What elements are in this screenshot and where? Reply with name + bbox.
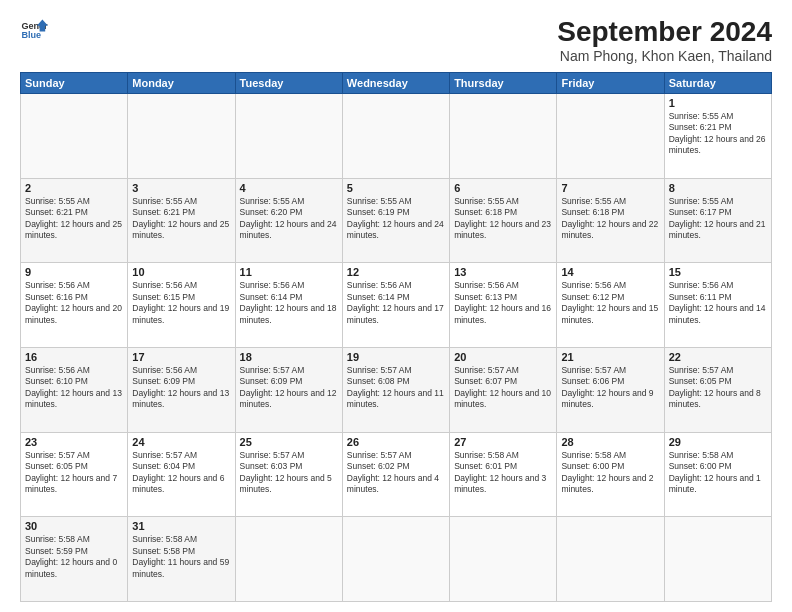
calendar-day-cell: 4Sunrise: 5:55 AMSunset: 6:20 PMDaylight… [235,178,342,263]
day-details: Sunrise: 5:56 AMSunset: 6:14 PMDaylight:… [240,280,338,326]
day-of-week-header: Monday [128,73,235,94]
day-details: Sunrise: 5:56 AMSunset: 6:13 PMDaylight:… [454,280,552,326]
calendar-day-cell: 10Sunrise: 5:56 AMSunset: 6:15 PMDayligh… [128,263,235,348]
day-number: 26 [347,436,445,448]
day-number: 7 [561,182,659,194]
calendar-week-row: 16Sunrise: 5:56 AMSunset: 6:10 PMDayligh… [21,347,772,432]
day-details: Sunrise: 5:55 AMSunset: 6:20 PMDaylight:… [240,196,338,242]
day-of-week-header: Thursday [450,73,557,94]
day-number: 31 [132,520,230,532]
calendar-day-cell: 11Sunrise: 5:56 AMSunset: 6:14 PMDayligh… [235,263,342,348]
day-number: 11 [240,266,338,278]
calendar-week-row: 23Sunrise: 5:57 AMSunset: 6:05 PMDayligh… [21,432,772,517]
day-details: Sunrise: 5:55 AMSunset: 6:18 PMDaylight:… [561,196,659,242]
calendar-table: SundayMondayTuesdayWednesdayThursdayFrid… [20,72,772,602]
calendar-day-cell: 31Sunrise: 5:58 AMSunset: 5:58 PMDayligh… [128,517,235,602]
calendar-day-cell: 21Sunrise: 5:57 AMSunset: 6:06 PMDayligh… [557,347,664,432]
svg-text:Blue: Blue [21,30,41,40]
calendar-day-cell: 3Sunrise: 5:55 AMSunset: 6:21 PMDaylight… [128,178,235,263]
day-number: 13 [454,266,552,278]
day-details: Sunrise: 5:55 AMSunset: 6:21 PMDaylight:… [25,196,123,242]
day-details: Sunrise: 5:57 AMSunset: 6:05 PMDaylight:… [25,450,123,496]
day-number: 4 [240,182,338,194]
calendar-day-cell: 7Sunrise: 5:55 AMSunset: 6:18 PMDaylight… [557,178,664,263]
calendar-day-cell: 27Sunrise: 5:58 AMSunset: 6:01 PMDayligh… [450,432,557,517]
calendar-day-cell: 9Sunrise: 5:56 AMSunset: 6:16 PMDaylight… [21,263,128,348]
calendar-day-cell: 23Sunrise: 5:57 AMSunset: 6:05 PMDayligh… [21,432,128,517]
calendar-day-cell: 22Sunrise: 5:57 AMSunset: 6:05 PMDayligh… [664,347,771,432]
title-section: September 2024 Nam Phong, Khon Kaen, Tha… [557,16,772,64]
day-number: 20 [454,351,552,363]
calendar-day-cell [557,94,664,179]
day-details: Sunrise: 5:58 AMSunset: 5:58 PMDaylight:… [132,534,230,580]
day-details: Sunrise: 5:57 AMSunset: 6:09 PMDaylight:… [240,365,338,411]
day-number: 5 [347,182,445,194]
logo: General Blue [20,16,48,44]
day-of-week-header: Sunday [21,73,128,94]
day-details: Sunrise: 5:55 AMSunset: 6:21 PMDaylight:… [132,196,230,242]
day-number: 16 [25,351,123,363]
location-title: Nam Phong, Khon Kaen, Thailand [557,48,772,64]
calendar-day-cell [664,517,771,602]
day-number: 6 [454,182,552,194]
day-number: 14 [561,266,659,278]
calendar-day-cell: 30Sunrise: 5:58 AMSunset: 5:59 PMDayligh… [21,517,128,602]
day-number: 22 [669,351,767,363]
logo-icon: General Blue [20,16,48,44]
calendar-day-cell [450,517,557,602]
calendar-day-cell: 16Sunrise: 5:56 AMSunset: 6:10 PMDayligh… [21,347,128,432]
calendar-week-row: 1Sunrise: 5:55 AMSunset: 6:21 PMDaylight… [21,94,772,179]
calendar-day-cell: 15Sunrise: 5:56 AMSunset: 6:11 PMDayligh… [664,263,771,348]
day-details: Sunrise: 5:55 AMSunset: 6:19 PMDaylight:… [347,196,445,242]
day-details: Sunrise: 5:58 AMSunset: 6:00 PMDaylight:… [669,450,767,496]
day-details: Sunrise: 5:56 AMSunset: 6:16 PMDaylight:… [25,280,123,326]
day-number: 18 [240,351,338,363]
day-of-week-header: Wednesday [342,73,449,94]
day-details: Sunrise: 5:57 AMSunset: 6:08 PMDaylight:… [347,365,445,411]
calendar-week-row: 9Sunrise: 5:56 AMSunset: 6:16 PMDaylight… [21,263,772,348]
day-details: Sunrise: 5:56 AMSunset: 6:14 PMDaylight:… [347,280,445,326]
day-number: 12 [347,266,445,278]
day-number: 23 [25,436,123,448]
day-number: 3 [132,182,230,194]
day-details: Sunrise: 5:58 AMSunset: 6:00 PMDaylight:… [561,450,659,496]
day-number: 17 [132,351,230,363]
calendar-day-cell: 6Sunrise: 5:55 AMSunset: 6:18 PMDaylight… [450,178,557,263]
day-number: 19 [347,351,445,363]
day-of-week-header: Saturday [664,73,771,94]
day-details: Sunrise: 5:58 AMSunset: 5:59 PMDaylight:… [25,534,123,580]
day-number: 10 [132,266,230,278]
page: General Blue September 2024 Nam Phong, K… [0,0,792,612]
day-details: Sunrise: 5:57 AMSunset: 6:07 PMDaylight:… [454,365,552,411]
day-details: Sunrise: 5:57 AMSunset: 6:02 PMDaylight:… [347,450,445,496]
day-number: 15 [669,266,767,278]
calendar-header-row: SundayMondayTuesdayWednesdayThursdayFrid… [21,73,772,94]
calendar-day-cell: 20Sunrise: 5:57 AMSunset: 6:07 PMDayligh… [450,347,557,432]
calendar-day-cell: 25Sunrise: 5:57 AMSunset: 6:03 PMDayligh… [235,432,342,517]
calendar-day-cell: 24Sunrise: 5:57 AMSunset: 6:04 PMDayligh… [128,432,235,517]
calendar-day-cell [557,517,664,602]
day-details: Sunrise: 5:57 AMSunset: 6:06 PMDaylight:… [561,365,659,411]
calendar-day-cell: 18Sunrise: 5:57 AMSunset: 6:09 PMDayligh… [235,347,342,432]
day-number: 29 [669,436,767,448]
calendar-day-cell: 14Sunrise: 5:56 AMSunset: 6:12 PMDayligh… [557,263,664,348]
day-of-week-header: Tuesday [235,73,342,94]
calendar-day-cell [128,94,235,179]
calendar-day-cell [450,94,557,179]
day-number: 27 [454,436,552,448]
month-title: September 2024 [557,16,772,48]
day-details: Sunrise: 5:56 AMSunset: 6:11 PMDaylight:… [669,280,767,326]
calendar-day-cell: 17Sunrise: 5:56 AMSunset: 6:09 PMDayligh… [128,347,235,432]
calendar-day-cell: 19Sunrise: 5:57 AMSunset: 6:08 PMDayligh… [342,347,449,432]
calendar-day-cell: 1Sunrise: 5:55 AMSunset: 6:21 PMDaylight… [664,94,771,179]
day-details: Sunrise: 5:58 AMSunset: 6:01 PMDaylight:… [454,450,552,496]
day-details: Sunrise: 5:55 AMSunset: 6:17 PMDaylight:… [669,196,767,242]
calendar-day-cell [21,94,128,179]
day-details: Sunrise: 5:56 AMSunset: 6:10 PMDaylight:… [25,365,123,411]
day-number: 1 [669,97,767,109]
day-number: 25 [240,436,338,448]
day-details: Sunrise: 5:55 AMSunset: 6:21 PMDaylight:… [669,111,767,157]
day-of-week-header: Friday [557,73,664,94]
day-details: Sunrise: 5:57 AMSunset: 6:04 PMDaylight:… [132,450,230,496]
day-number: 30 [25,520,123,532]
